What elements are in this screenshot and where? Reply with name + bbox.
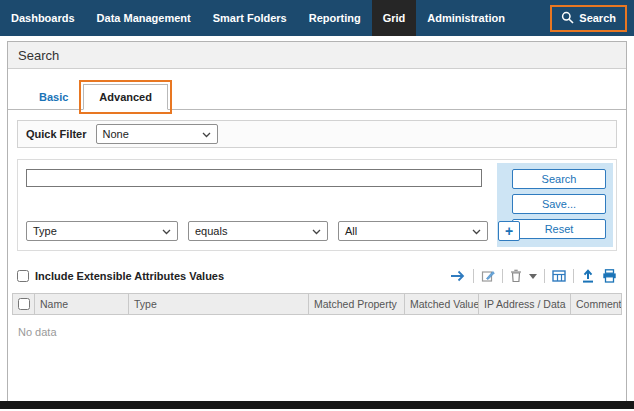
condition-value-select[interactable]: All [338,221,488,241]
nav-item-grid[interactable]: Grid [372,0,417,36]
delete-icon[interactable] [510,269,522,283]
condition-operator-value: equals [195,225,227,237]
nav-item-dashboards[interactable]: Dashboards [0,0,86,36]
column-header-matched-property[interactable]: Matched Property [309,294,405,314]
window-bottom-bar [0,401,634,409]
chevron-down-icon [162,225,171,237]
table-icon[interactable] [552,270,566,282]
nav-search-label: Search [579,12,616,24]
chevron-down-icon [312,225,321,237]
extensible-attributes-label: Include Extensible Attributes Values [35,270,224,282]
content-panel: Search Basic Advanced Quick Filter None … [7,41,627,401]
nav-item-administration[interactable]: Administration [416,0,516,36]
extensible-attributes-checkbox-row: Include Extensible Attributes Values [17,270,224,282]
upload-icon[interactable] [581,269,595,283]
app-window: Dashboards Data Management Smart Folders… [0,0,634,411]
quick-filter-select[interactable]: None [96,124,218,144]
column-header-type[interactable]: Type [129,294,309,314]
quick-filter-label: Quick Filter [26,128,87,140]
quick-filter-bar: Quick Filter None [17,120,617,148]
print-icon[interactable] [602,269,617,283]
tab-basic[interactable]: Basic [24,85,83,109]
column-header-comment[interactable]: Comment [571,294,621,314]
condition-operator-select[interactable]: equals [188,221,328,241]
edit-icon[interactable] [481,269,495,283]
caret-down-icon[interactable] [529,274,537,279]
quick-filter-value: None [103,128,129,140]
divider [473,269,474,283]
nav-item-reporting[interactable]: Reporting [298,0,372,36]
column-header-name[interactable]: Name [35,294,129,314]
save-button[interactable]: Save... [512,194,606,214]
divider [502,269,503,283]
divider [573,269,574,283]
page-title: Search [18,48,59,63]
reset-button[interactable]: Reset [512,219,606,239]
extensible-attributes-checkbox[interactable] [17,270,29,282]
search-button[interactable]: Search [512,169,606,189]
results-toolbar: Include Extensible Attributes Values [17,266,617,286]
column-header-matched-value[interactable]: Matched Value [405,294,479,314]
condition-field-select[interactable]: Type [26,221,178,241]
chevron-down-icon [202,128,211,140]
add-condition-button[interactable]: + [498,221,520,241]
nav-item-smart-folders[interactable]: Smart Folders [202,0,298,36]
select-all-checkbox[interactable] [18,298,30,310]
condition-value-value: All [345,225,357,237]
condition-field-value: Type [33,225,57,237]
page-title-bar: Search [8,42,626,69]
search-icon [561,11,574,26]
select-all-cell [13,294,35,314]
results-table: Name Type Matched Property Matched Value… [12,293,622,349]
nav-item-data-management[interactable]: Data Management [86,0,202,36]
query-input[interactable] [26,169,482,187]
top-navbar: Dashboards Data Management Smart Folders… [0,0,634,36]
results-table-header: Name Type Matched Property Matched Value… [12,293,622,315]
column-header-ip-address-data[interactable]: IP Address / Data [479,294,571,314]
chevron-down-icon [472,225,481,237]
divider [544,269,545,283]
tab-advanced[interactable]: Advanced [83,84,168,110]
toolbar-icons [450,269,617,283]
condition-row: Type equals All + [26,221,520,241]
query-builder: Search Save... Reset Type equals [17,159,617,251]
empty-state-text: No data [12,315,622,349]
go-arrow-icon[interactable] [450,270,466,282]
nav-search-button[interactable]: Search [552,7,625,30]
tab-bar: Basic Advanced [8,83,626,110]
